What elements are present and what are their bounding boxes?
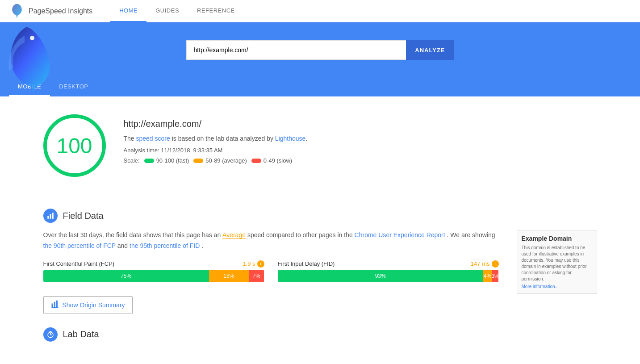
fid-bar-avg: 4% [483, 270, 492, 282]
fast-label: 90-100 (fast) [156, 157, 189, 164]
scale-fast: 90-100 (fast) [144, 157, 189, 164]
score-url: http://example.com/ [124, 119, 597, 129]
hero-bird-icon [0, 22, 58, 94]
score-description: The speed score is based on the lab data… [124, 134, 597, 143]
svg-rect-4 [51, 303, 53, 307]
lab-data-icon [43, 327, 58, 342]
svg-rect-2 [50, 214, 51, 219]
fcp-value: 1.9 s i [243, 260, 264, 268]
fcp-bar-fast: 75% [43, 270, 209, 282]
origin-summary-chart-icon [51, 300, 59, 308]
score-desc-prefix: The [124, 135, 134, 142]
speed-score-link[interactable]: speed score [136, 135, 170, 142]
logo: PageSpeed Insights [9, 3, 92, 19]
speed-rating-link[interactable]: Average [222, 231, 246, 239]
main-content: 100 http://example.com/ The speed score … [34, 96, 606, 364]
avg-label: 50-89 (average) [205, 157, 247, 164]
fid-block: First Input Delay (FID) 147 ms i 93% [278, 260, 499, 282]
nav-guides[interactable]: GUIDES [146, 0, 188, 22]
svg-rect-3 [52, 213, 53, 219]
hero-section: ANALYZE MOBILE DESKTOP [0, 22, 640, 96]
fcp-header: First Contentful Paint (FCP) 1.9 s i [43, 260, 264, 268]
nav-links: HOME GUIDES REFERENCE [110, 0, 244, 22]
url-input[interactable] [186, 40, 406, 60]
avg-dot [193, 159, 203, 163]
bar-chart-icon [46, 212, 54, 220]
slow-dot [251, 159, 261, 163]
lab-data-section: Lab Data [43, 327, 597, 342]
svg-rect-1 [47, 216, 49, 219]
field-data-section: Field Data Over the last 30 days, the fi… [43, 209, 597, 314]
field-data-left: Over the last 30 days, the field data sh… [43, 230, 499, 314]
search-row: ANALYZE [186, 40, 454, 60]
scale-avg: 50-89 (average) [193, 157, 247, 164]
field-data-title: Field Data [63, 211, 104, 221]
metrics-row: First Contentful Paint (FCP) 1.9 s i 75% [43, 260, 499, 282]
thumbnail-card: Example Domain This domain is establishe… [517, 230, 597, 294]
origin-btn-icon [51, 300, 59, 310]
pagespeed-logo-icon [9, 3, 25, 19]
svg-rect-6 [56, 300, 58, 307]
fcp-link[interactable]: the 90th percentile of FCP [43, 242, 116, 249]
score-info: http://example.com/ The speed score is b… [124, 114, 597, 164]
analyze-button[interactable]: ANALYZE [406, 40, 454, 60]
section-divider [43, 195, 597, 195]
fcp-name: First Contentful Paint (FCP) [43, 260, 115, 267]
scale-slow: 0-49 (slow) [251, 157, 292, 164]
lab-data-title: Lab Data [63, 329, 99, 339]
field-data-content: Over the last 30 days, the field data sh… [43, 230, 597, 314]
timer-icon [46, 331, 54, 339]
lab-data-header: Lab Data [43, 327, 597, 342]
fid-bar-slow: 3% [492, 270, 499, 282]
fcp-info-icon[interactable]: i [257, 260, 264, 268]
show-origin-summary-button[interactable]: Show Origin Summary [43, 296, 133, 314]
thumb-text: This domain is established to be used fo… [522, 245, 592, 282]
slow-label: 0-49 (slow) [264, 157, 292, 164]
analysis-time-label: Analysis time: [124, 147, 159, 154]
fast-dot [144, 159, 154, 163]
fid-bar-fast: 93% [278, 270, 483, 282]
field-desc: Over the last 30 days, the field data sh… [43, 230, 499, 251]
analysis-time: Analysis time: 11/12/2018, 9:33:35 AM [124, 147, 597, 154]
field-data-header: Field Data [43, 209, 597, 223]
app-name: PageSpeed Insights [29, 7, 92, 15]
nav-home[interactable]: HOME [110, 0, 146, 22]
fid-link[interactable]: the 95th percentile of FID [130, 242, 200, 249]
scale-label: Scale: [124, 157, 140, 164]
fid-name: First Input Delay (FID) [278, 260, 335, 267]
fid-value: 147 ms i [471, 260, 499, 268]
score-desc-mid: is based on the lab data analyzed by [172, 135, 275, 142]
field-data-icon [43, 209, 58, 223]
fcp-bar: 75% 18% 7% [43, 270, 264, 282]
fid-header: First Input Delay (FID) 147 ms i [278, 260, 499, 268]
score-value: 100 [56, 134, 92, 158]
svg-point-0 [30, 36, 34, 40]
svg-rect-5 [54, 301, 55, 307]
fcp-block: First Contentful Paint (FCP) 1.9 s i 75% [43, 260, 264, 282]
nav-reference[interactable]: REFERENCE [188, 0, 244, 22]
chrome-uxr-link[interactable]: Chrome User Experience Report [355, 231, 445, 238]
analysis-time-value: 11/12/2018, 9:33:35 AM [161, 147, 222, 154]
thumb-title: Example Domain [522, 235, 592, 242]
origin-btn-label: Show Origin Summary [63, 301, 125, 309]
device-tabs: MOBILE DESKTOP [9, 78, 631, 96]
fcp-bar-slow: 7% [249, 270, 264, 282]
top-nav: PageSpeed Insights HOME GUIDES REFERENCE [0, 0, 640, 22]
scale-row: Scale: 90-100 (fast) 50-89 (average) 0-4… [124, 157, 597, 164]
page-thumbnail: Example Domain This domain is establishe… [517, 230, 597, 314]
fid-bar: 93% 4% 3% [278, 270, 499, 282]
thumb-link[interactable]: More information... [522, 284, 592, 289]
score-circle: 100 [43, 114, 106, 177]
score-section: 100 http://example.com/ The speed score … [43, 114, 597, 177]
fid-info-icon[interactable]: i [492, 260, 499, 268]
fcp-bar-avg: 18% [209, 270, 249, 282]
lighthouse-link[interactable]: Lighthouse [275, 135, 306, 142]
